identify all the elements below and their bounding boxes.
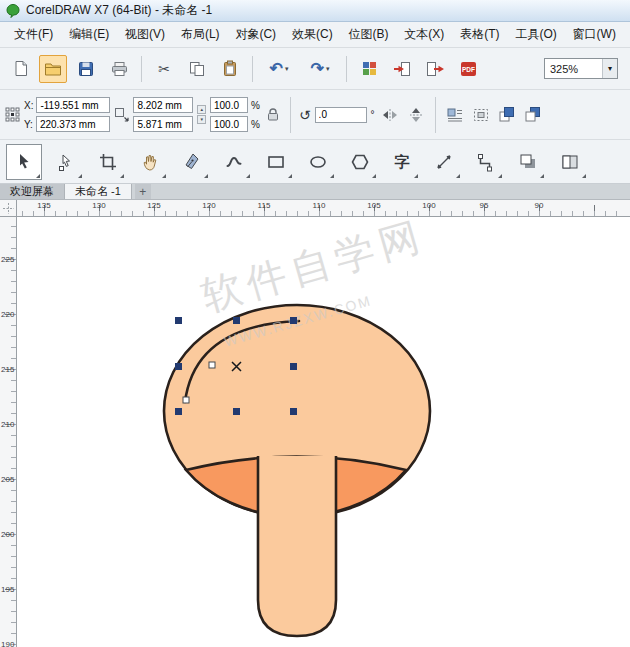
undo-button[interactable]: ↶▾ — [261, 55, 297, 83]
mirror-horizontal-button[interactable] — [379, 105, 401, 125]
scale-horizontal-input[interactable] — [210, 97, 248, 113]
pick-tool[interactable] — [6, 144, 42, 180]
pan-tool-icon — [140, 152, 160, 172]
rectangle-tool[interactable] — [258, 144, 294, 180]
drawing-area[interactable]: 软件自学网 WWW.RJZXW.COM — [17, 217, 630, 647]
transparency-tool[interactable] — [552, 144, 588, 180]
tab-untitled-1[interactable]: 未命名 -1 — [65, 184, 132, 199]
selection-handle[interactable] — [233, 408, 240, 415]
menu-object[interactable]: 对象(C) — [231, 23, 280, 46]
title-bar[interactable]: CorelDRAW X7 (64-Bit) - 未命名 -1 — [0, 0, 630, 22]
selection-handle[interactable] — [233, 317, 240, 324]
mirror-vertical-button[interactable] — [405, 105, 427, 125]
ruler-number: 95 — [474, 201, 494, 210]
wrap-text-button[interactable] — [444, 104, 466, 125]
pen-tool[interactable] — [174, 144, 210, 180]
window-title: CorelDRAW X7 (64-Bit) - 未命名 -1 — [26, 2, 212, 19]
ruler-number: 135 — [34, 201, 54, 210]
to-back-button[interactable] — [522, 104, 544, 125]
export-button[interactable] — [421, 55, 449, 83]
selection-handle[interactable] — [175, 363, 182, 370]
x-position-input[interactable] — [36, 97, 110, 113]
pan-tool[interactable] — [132, 144, 168, 180]
mushroom-stem-shape[interactable] — [258, 456, 336, 636]
size-stepper[interactable]: ▴▾ — [197, 105, 206, 124]
text-tool[interactable]: 字 — [384, 144, 420, 180]
property-bar: X: Y: ▴▾ % % ↺ ° — [0, 90, 630, 140]
text-tool-icon: 字 — [395, 154, 410, 169]
ruler-number: 215 — [1, 365, 14, 374]
stepper-down-icon: ▾ — [197, 115, 206, 124]
redo-button[interactable]: ↷▾ — [302, 55, 338, 83]
curve-node[interactable] — [183, 397, 189, 403]
selection-handle[interactable] — [290, 408, 297, 415]
menu-edit[interactable]: 编辑(E) — [65, 23, 113, 46]
shape-tool-icon — [56, 152, 76, 172]
save-button[interactable] — [72, 55, 100, 83]
canvas[interactable]: 软件自学网 WWW.RJZXW.COM — [17, 217, 630, 647]
tool-flyout-icon — [204, 174, 208, 178]
coreldraw-logo-icon[interactable] — [6, 4, 20, 18]
object-width-input[interactable] — [133, 97, 193, 113]
ruler-number: 130 — [89, 201, 109, 210]
tool-flyout-icon — [120, 174, 124, 178]
selection-handle[interactable] — [175, 408, 182, 415]
selection-handle[interactable] — [290, 317, 297, 324]
artistic-media-tool[interactable] — [216, 144, 252, 180]
menu-table[interactable]: 表格(T) — [456, 23, 503, 46]
ruler-origin[interactable] — [0, 200, 17, 217]
horizontal-ruler[interactable]: 135 130 125 120 115 110 105 100 95 90 — [17, 200, 630, 217]
rotation-angle-input[interactable] — [315, 107, 367, 123]
open-document-button[interactable] — [39, 55, 67, 83]
import-button[interactable] — [388, 55, 416, 83]
scale-vertical-input[interactable] — [210, 116, 248, 132]
menu-window[interactable]: 窗口(W) — [569, 23, 620, 46]
new-document-button[interactable] — [6, 55, 34, 83]
vertical-ruler[interactable]: 225 220 215 210 205 200 195 190 — [0, 217, 17, 647]
position-grid-icon[interactable] — [5, 107, 20, 122]
crop-tool[interactable] — [90, 144, 126, 180]
publish-pdf-button[interactable]: PDF — [454, 55, 482, 83]
pen-tool-icon — [182, 152, 202, 172]
drop-shadow-tool[interactable] — [510, 144, 546, 180]
menu-tools[interactable]: 工具(O) — [511, 23, 560, 46]
tab-welcome-screen[interactable]: 欢迎屏幕 — [0, 184, 65, 199]
ellipse-tool-icon — [308, 152, 328, 172]
menu-effects[interactable]: 效果(C) — [288, 23, 337, 46]
application-launcher-button[interactable] — [355, 55, 383, 83]
redo-dropdown-icon: ▾ — [326, 65, 330, 73]
lock-ratio-button[interactable] — [264, 105, 282, 124]
tool-flyout-icon — [540, 174, 544, 178]
new-tab-button[interactable]: + — [135, 184, 151, 199]
ruler-number: 210 — [1, 420, 14, 429]
outline-frame-button[interactable] — [470, 105, 492, 125]
zoom-level-select[interactable]: 325% ▾ — [544, 58, 618, 79]
print-button[interactable] — [105, 55, 133, 83]
shape-tool[interactable] — [48, 144, 84, 180]
y-position-input[interactable] — [36, 116, 110, 132]
menu-bitmaps[interactable]: 位图(B) — [345, 23, 393, 46]
connector-tool[interactable] — [468, 144, 504, 180]
selection-handle[interactable] — [290, 363, 297, 370]
ellipse-tool[interactable] — [300, 144, 336, 180]
polygon-tool-icon — [350, 152, 370, 172]
copy-button[interactable] — [183, 55, 211, 83]
percent-label: % — [251, 100, 260, 111]
selection-handle[interactable] — [175, 317, 182, 324]
watermark-line1: 软件自学网 — [197, 217, 430, 318]
menu-file[interactable]: 文件(F) — [10, 23, 57, 46]
paste-button[interactable] — [216, 55, 244, 83]
x-position-label: X: — [24, 100, 33, 111]
dimension-tool[interactable] — [426, 144, 462, 180]
curve-node[interactable] — [209, 362, 215, 368]
stepper-up-icon: ▴ — [197, 105, 206, 114]
zoom-dropdown-icon[interactable]: ▾ — [602, 59, 617, 78]
polygon-tool[interactable] — [342, 144, 378, 180]
object-height-input[interactable] — [133, 116, 193, 132]
menu-layout[interactable]: 布局(L) — [177, 23, 224, 46]
cut-button[interactable]: ✂ — [150, 55, 178, 83]
menu-view[interactable]: 视图(V) — [121, 23, 169, 46]
menu-text[interactable]: 文本(X) — [400, 23, 448, 46]
to-front-button[interactable] — [496, 104, 518, 125]
toolbar-separator — [346, 56, 347, 82]
